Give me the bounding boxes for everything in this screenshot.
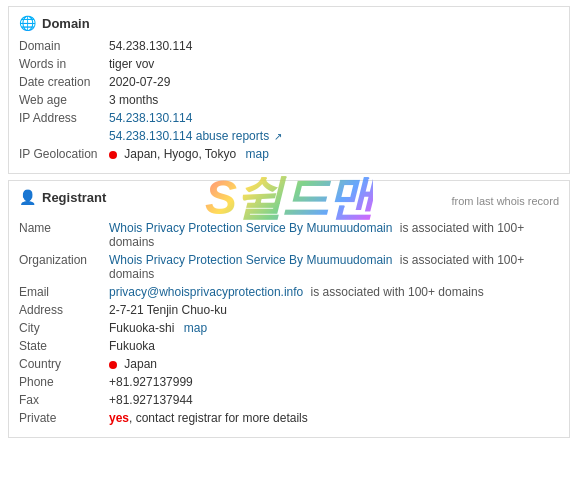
external-link-icon: ↗ (274, 131, 282, 142)
registrant-header: 👤 Registrant (19, 189, 106, 205)
domain-label: Domain (19, 39, 109, 53)
ip-abuse-value: 54.238.130.114 abuse reports ↗ (109, 129, 559, 143)
address-row: Address 2-7-21 Tenjin Chuo-ku (19, 303, 559, 317)
words-row: Words in tiger vov (19, 57, 559, 71)
private-label: Private (19, 411, 109, 425)
domain-row: Domain 54.238.130.114 (19, 39, 559, 53)
email-label: Email (19, 285, 109, 299)
fax-row: Fax +81.927137944 (19, 393, 559, 407)
email-assoc: is associated with 100+ domains (311, 285, 484, 299)
date-creation-row: Date creation 2020-07-29 (19, 75, 559, 89)
country-label: Country (19, 357, 109, 371)
private-row: Private yes, contact registrar for more … (19, 411, 559, 425)
web-age-label: Web age (19, 93, 109, 107)
domain-value: 54.238.130.114 (109, 39, 559, 53)
ip-geo-row: IP Geolocation Japan, Hyogo, Tokyo map (19, 147, 559, 161)
ip-address-label: IP Address (19, 111, 109, 125)
domain-header-label: Domain (42, 16, 90, 31)
name-link[interactable]: Whois Privacy Protection Service By Muum… (109, 221, 392, 235)
country-dot (109, 361, 117, 369)
registrant-section: 👤 Registrant from last whois record Name… (8, 180, 570, 438)
from-last-record: from last whois record (451, 195, 559, 207)
private-rest: , contact registrar for more details (129, 411, 308, 425)
email-value: privacy@whoisprivacyprotection.info is a… (109, 285, 559, 299)
date-creation-label: Date creation (19, 75, 109, 89)
name-value: Whois Privacy Protection Service By Muum… (109, 221, 559, 249)
domain-header: 🌐 Domain (19, 15, 559, 31)
registrant-header-row: 👤 Registrant from last whois record (19, 189, 559, 213)
web-age-value: 3 months (109, 93, 559, 107)
state-row: State Fukuoka (19, 339, 559, 353)
date-creation-value: 2020-07-29 (109, 75, 559, 89)
ip-address-link[interactable]: 54.238.130.114 (109, 111, 192, 125)
geo-map-link[interactable]: map (246, 147, 269, 161)
ip-address-row: IP Address 54.238.130.114 (19, 111, 559, 125)
registrant-header-label: Registrant (42, 190, 106, 205)
private-value: yes, contact registrar for more details (109, 411, 559, 425)
email-link[interactable]: privacy@whoisprivacyprotection.info (109, 285, 303, 299)
words-label: Words in (19, 57, 109, 71)
fax-value: +81.927137944 (109, 393, 559, 407)
ip-abuse-link[interactable]: 54.238.130.114 abuse reports (109, 129, 269, 143)
geo-dot (109, 151, 117, 159)
geo-text: Japan, Hyogo, Tokyo (124, 147, 236, 161)
state-value: Fukuoka (109, 339, 559, 353)
domain-section: 🌐 Domain Domain 54.238.130.114 Words in … (8, 6, 570, 174)
name-label: Name (19, 221, 109, 235)
city-map-link[interactable]: map (184, 321, 207, 335)
phone-label: Phone (19, 375, 109, 389)
city-value: Fukuoka-shi map (109, 321, 559, 335)
country-value: Japan (109, 357, 559, 371)
city-text: Fukuoka-shi (109, 321, 174, 335)
city-row: City Fukuoka-shi map (19, 321, 559, 335)
state-label: State (19, 339, 109, 353)
country-row: Country Japan (19, 357, 559, 371)
org-value: Whois Privacy Protection Service By Muum… (109, 253, 559, 281)
registrant-icon: 👤 (19, 189, 36, 205)
address-value: 2-7-21 Tenjin Chuo-ku (109, 303, 559, 317)
web-age-row: Web age 3 months (19, 93, 559, 107)
email-row: Email privacy@whoisprivacyprotection.inf… (19, 285, 559, 299)
ip-geo-value: Japan, Hyogo, Tokyo map (109, 147, 559, 161)
name-row: Name Whois Privacy Protection Service By… (19, 221, 559, 249)
org-label: Organization (19, 253, 109, 267)
city-label: City (19, 321, 109, 335)
org-link[interactable]: Whois Privacy Protection Service By Muum… (109, 253, 392, 267)
country-text: Japan (124, 357, 157, 371)
phone-value: +81.927137999 (109, 375, 559, 389)
private-yes: yes (109, 411, 129, 425)
org-row: Organization Whois Privacy Protection Se… (19, 253, 559, 281)
words-value: tiger vov (109, 57, 559, 71)
phone-row: Phone +81.927137999 (19, 375, 559, 389)
ip-abuse-row: 54.238.130.114 abuse reports ↗ (19, 129, 559, 143)
domain-icon: 🌐 (19, 15, 36, 31)
address-label: Address (19, 303, 109, 317)
ip-geo-label: IP Geolocation (19, 147, 109, 161)
fax-label: Fax (19, 393, 109, 407)
ip-address-value: 54.238.130.114 (109, 111, 559, 125)
